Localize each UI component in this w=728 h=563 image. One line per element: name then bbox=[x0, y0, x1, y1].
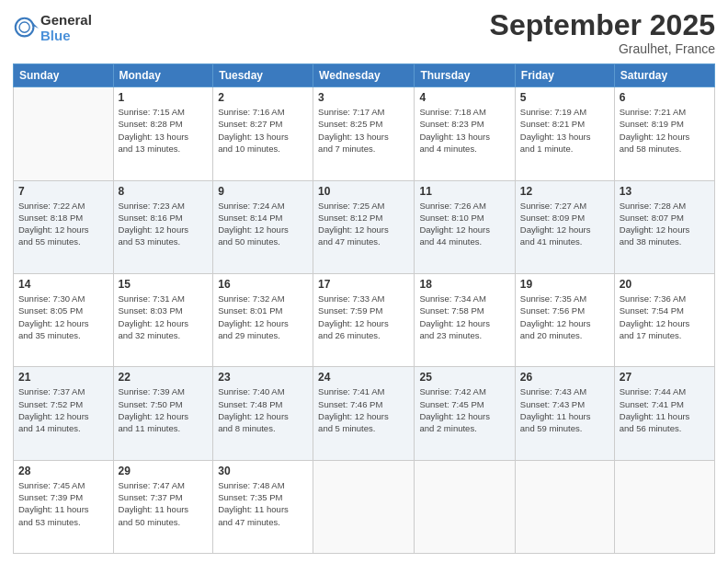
day-number: 21 bbox=[18, 371, 108, 384]
day-info: Sunrise: 7:19 AMSunset: 8:21 PMDaylight:… bbox=[520, 106, 609, 155]
header-row: Sunday Monday Tuesday Wednesday Thursday… bbox=[14, 64, 715, 87]
day-info: Sunrise: 7:48 AMSunset: 7:35 PMDaylight:… bbox=[218, 479, 308, 528]
day-number: 29 bbox=[119, 465, 209, 477]
day-info: Sunrise: 7:33 AMSunset: 7:59 PMDaylight:… bbox=[318, 293, 409, 341]
calendar-week-row: 21Sunrise: 7:37 AMSunset: 7:52 PMDayligh… bbox=[14, 367, 715, 460]
table-row: 3Sunrise: 7:17 AMSunset: 8:25 PMDaylight… bbox=[313, 87, 415, 180]
calendar-table: Sunday Monday Tuesday Wednesday Thursday… bbox=[13, 63, 715, 554]
day-number: 6 bbox=[620, 91, 710, 104]
day-number: 8 bbox=[119, 185, 209, 198]
day-number: 26 bbox=[520, 371, 609, 384]
table-row: 25Sunrise: 7:42 AMSunset: 7:45 PMDayligh… bbox=[415, 367, 515, 460]
logo-text: General Blue bbox=[40, 13, 92, 43]
day-info: Sunrise: 7:44 AMSunset: 7:41 PMDaylight:… bbox=[620, 385, 710, 434]
day-info: Sunrise: 7:25 AMSunset: 8:12 PMDaylight:… bbox=[318, 200, 409, 248]
logo-general-text: General bbox=[40, 13, 92, 29]
day-info: Sunrise: 7:22 AMSunset: 8:18 PMDaylight:… bbox=[18, 200, 108, 248]
day-info: Sunrise: 7:23 AMSunset: 8:16 PMDaylight:… bbox=[119, 200, 209, 248]
table-row: 13Sunrise: 7:28 AMSunset: 8:07 PMDayligh… bbox=[614, 180, 714, 273]
table-row: 19Sunrise: 7:35 AMSunset: 7:56 PMDayligh… bbox=[515, 273, 614, 366]
page: General Blue September 2025 Graulhet, Fr… bbox=[0, 0, 728, 563]
logo-blue-text: Blue bbox=[40, 29, 92, 44]
table-row: 2Sunrise: 7:16 AMSunset: 8:27 PMDaylight… bbox=[213, 87, 313, 180]
day-info: Sunrise: 7:39 AMSunset: 7:50 PMDaylight:… bbox=[119, 385, 209, 434]
day-info: Sunrise: 7:32 AMSunset: 8:01 PMDaylight:… bbox=[218, 293, 308, 341]
day-number: 28 bbox=[18, 465, 108, 477]
day-info: Sunrise: 7:41 AMSunset: 7:46 PMDaylight:… bbox=[318, 385, 409, 434]
col-thursday: Thursday bbox=[415, 64, 515, 87]
day-number: 27 bbox=[620, 371, 710, 384]
day-number: 14 bbox=[18, 278, 108, 291]
table-row bbox=[313, 460, 415, 553]
table-row: 16Sunrise: 7:32 AMSunset: 8:01 PMDayligh… bbox=[213, 273, 313, 366]
day-info: Sunrise: 7:30 AMSunset: 8:05 PMDaylight:… bbox=[18, 293, 108, 341]
day-number: 17 bbox=[318, 278, 409, 291]
calendar-week-row: 1Sunrise: 7:15 AMSunset: 8:28 PMDaylight… bbox=[14, 87, 715, 180]
table-row: 14Sunrise: 7:30 AMSunset: 8:05 PMDayligh… bbox=[14, 273, 114, 366]
table-row: 1Sunrise: 7:15 AMSunset: 8:28 PMDaylight… bbox=[113, 87, 213, 180]
col-tuesday: Tuesday bbox=[213, 64, 313, 87]
table-row: 22Sunrise: 7:39 AMSunset: 7:50 PMDayligh… bbox=[113, 367, 213, 460]
day-info: Sunrise: 7:16 AMSunset: 8:27 PMDaylight:… bbox=[218, 106, 308, 155]
day-number: 5 bbox=[520, 91, 609, 104]
day-info: Sunrise: 7:21 AMSunset: 8:19 PMDaylight:… bbox=[620, 106, 710, 155]
day-number: 23 bbox=[218, 371, 308, 384]
col-sunday: Sunday bbox=[14, 64, 114, 87]
day-number: 22 bbox=[119, 371, 209, 384]
day-number: 13 bbox=[620, 185, 710, 198]
col-friday: Friday bbox=[515, 64, 614, 87]
day-info: Sunrise: 7:31 AMSunset: 8:03 PMDaylight:… bbox=[119, 293, 209, 341]
table-row: 12Sunrise: 7:27 AMSunset: 8:09 PMDayligh… bbox=[515, 180, 614, 273]
day-info: Sunrise: 7:36 AMSunset: 7:54 PMDaylight:… bbox=[620, 293, 710, 341]
day-info: Sunrise: 7:24 AMSunset: 8:14 PMDaylight:… bbox=[218, 200, 308, 248]
svg-point-1 bbox=[19, 22, 29, 32]
col-saturday: Saturday bbox=[614, 64, 714, 87]
table-row: 24Sunrise: 7:41 AMSunset: 7:46 PMDayligh… bbox=[313, 367, 415, 460]
header: General Blue September 2025 Graulhet, Fr… bbox=[13, 9, 715, 56]
table-row: 28Sunrise: 7:45 AMSunset: 7:39 PMDayligh… bbox=[14, 460, 114, 553]
logo-icon bbox=[13, 16, 39, 41]
logo: General Blue bbox=[13, 13, 92, 43]
col-wednesday: Wednesday bbox=[313, 64, 415, 87]
day-info: Sunrise: 7:35 AMSunset: 7:56 PMDaylight:… bbox=[520, 293, 609, 341]
svg-point-0 bbox=[16, 17, 34, 36]
day-info: Sunrise: 7:42 AMSunset: 7:45 PMDaylight:… bbox=[419, 385, 509, 434]
day-info: Sunrise: 7:40 AMSunset: 7:48 PMDaylight:… bbox=[218, 385, 308, 434]
day-number: 25 bbox=[419, 371, 509, 384]
location: Graulhet, France bbox=[490, 41, 715, 56]
day-info: Sunrise: 7:15 AMSunset: 8:28 PMDaylight:… bbox=[119, 106, 209, 155]
calendar-week-row: 14Sunrise: 7:30 AMSunset: 8:05 PMDayligh… bbox=[14, 273, 715, 366]
day-number: 15 bbox=[119, 278, 209, 291]
day-number: 1 bbox=[119, 91, 209, 104]
table-row: 11Sunrise: 7:26 AMSunset: 8:10 PMDayligh… bbox=[415, 180, 515, 273]
table-row: 8Sunrise: 7:23 AMSunset: 8:16 PMDaylight… bbox=[113, 180, 213, 273]
day-number: 30 bbox=[218, 465, 308, 477]
table-row: 20Sunrise: 7:36 AMSunset: 7:54 PMDayligh… bbox=[614, 273, 714, 366]
title-block: September 2025 Graulhet, France bbox=[490, 9, 715, 56]
day-number: 16 bbox=[218, 278, 308, 291]
day-number: 2 bbox=[218, 91, 308, 104]
table-row: 7Sunrise: 7:22 AMSunset: 8:18 PMDaylight… bbox=[14, 180, 114, 273]
table-row bbox=[415, 460, 515, 553]
day-number: 18 bbox=[419, 278, 509, 291]
day-number: 12 bbox=[520, 185, 609, 198]
day-info: Sunrise: 7:28 AMSunset: 8:07 PMDaylight:… bbox=[620, 200, 710, 248]
calendar-week-row: 28Sunrise: 7:45 AMSunset: 7:39 PMDayligh… bbox=[14, 460, 715, 553]
table-row: 4Sunrise: 7:18 AMSunset: 8:23 PMDaylight… bbox=[415, 87, 515, 180]
day-number: 9 bbox=[218, 185, 308, 198]
month-title: September 2025 bbox=[490, 9, 715, 41]
day-info: Sunrise: 7:27 AMSunset: 8:09 PMDaylight:… bbox=[520, 200, 609, 248]
day-number: 4 bbox=[419, 91, 509, 104]
table-row: 29Sunrise: 7:47 AMSunset: 7:37 PMDayligh… bbox=[113, 460, 213, 553]
table-row: 27Sunrise: 7:44 AMSunset: 7:41 PMDayligh… bbox=[614, 367, 714, 460]
table-row bbox=[614, 460, 714, 553]
day-number: 24 bbox=[318, 371, 409, 384]
table-row bbox=[14, 87, 114, 180]
table-row: 6Sunrise: 7:21 AMSunset: 8:19 PMDaylight… bbox=[614, 87, 714, 180]
table-row bbox=[515, 460, 614, 553]
day-info: Sunrise: 7:43 AMSunset: 7:43 PMDaylight:… bbox=[520, 385, 609, 434]
day-info: Sunrise: 7:37 AMSunset: 7:52 PMDaylight:… bbox=[18, 385, 108, 434]
table-row: 18Sunrise: 7:34 AMSunset: 7:58 PMDayligh… bbox=[415, 273, 515, 366]
day-number: 11 bbox=[419, 185, 509, 198]
table-row: 15Sunrise: 7:31 AMSunset: 8:03 PMDayligh… bbox=[113, 273, 213, 366]
